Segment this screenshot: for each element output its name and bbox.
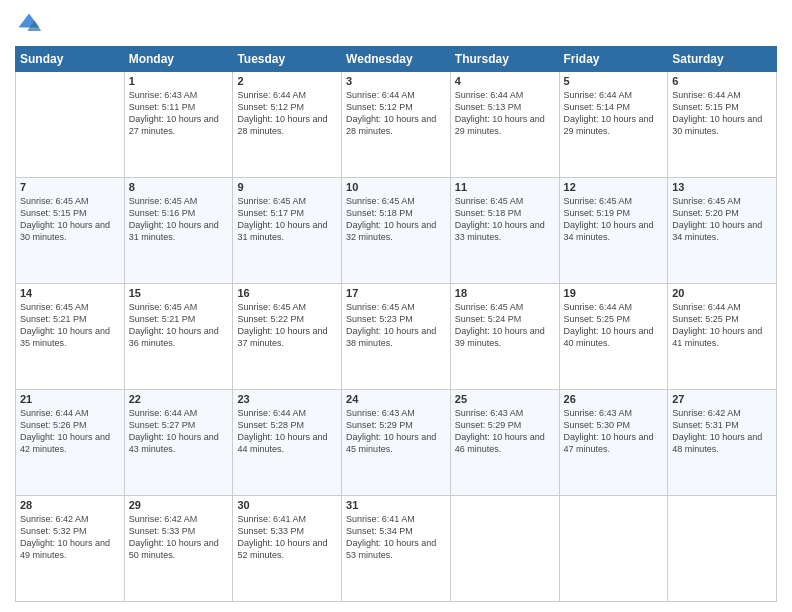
- day-number: 11: [455, 181, 555, 193]
- calendar-cell: 5Sunrise: 6:44 AMSunset: 5:14 PMDaylight…: [559, 72, 668, 178]
- day-info: Sunrise: 6:43 AMSunset: 5:29 PMDaylight:…: [346, 407, 446, 456]
- day-info: Sunrise: 6:45 AMSunset: 5:18 PMDaylight:…: [346, 195, 446, 244]
- weekday-header: Tuesday: [233, 47, 342, 72]
- day-number: 31: [346, 499, 446, 511]
- day-info: Sunrise: 6:45 AMSunset: 5:24 PMDaylight:…: [455, 301, 555, 350]
- header: [15, 10, 777, 38]
- day-info: Sunrise: 6:43 AMSunset: 5:30 PMDaylight:…: [564, 407, 664, 456]
- day-info: Sunrise: 6:45 AMSunset: 5:17 PMDaylight:…: [237, 195, 337, 244]
- weekday-header: Wednesday: [342, 47, 451, 72]
- calendar-cell: [450, 496, 559, 602]
- calendar-cell: 3Sunrise: 6:44 AMSunset: 5:12 PMDaylight…: [342, 72, 451, 178]
- calendar-cell: [559, 496, 668, 602]
- calendar-header-row: SundayMondayTuesdayWednesdayThursdayFrid…: [16, 47, 777, 72]
- day-info: Sunrise: 6:41 AMSunset: 5:34 PMDaylight:…: [346, 513, 446, 562]
- day-info: Sunrise: 6:45 AMSunset: 5:20 PMDaylight:…: [672, 195, 772, 244]
- calendar-week-row: 7Sunrise: 6:45 AMSunset: 5:15 PMDaylight…: [16, 178, 777, 284]
- day-info: Sunrise: 6:45 AMSunset: 5:19 PMDaylight:…: [564, 195, 664, 244]
- calendar-cell: 11Sunrise: 6:45 AMSunset: 5:18 PMDayligh…: [450, 178, 559, 284]
- day-number: 20: [672, 287, 772, 299]
- day-number: 9: [237, 181, 337, 193]
- day-info: Sunrise: 6:43 AMSunset: 5:11 PMDaylight:…: [129, 89, 229, 138]
- day-info: Sunrise: 6:42 AMSunset: 5:31 PMDaylight:…: [672, 407, 772, 456]
- day-number: 23: [237, 393, 337, 405]
- page: SundayMondayTuesdayWednesdayThursdayFrid…: [0, 0, 792, 612]
- calendar-cell: 8Sunrise: 6:45 AMSunset: 5:16 PMDaylight…: [124, 178, 233, 284]
- day-number: 30: [237, 499, 337, 511]
- calendar-cell: 20Sunrise: 6:44 AMSunset: 5:25 PMDayligh…: [668, 284, 777, 390]
- calendar-cell: 23Sunrise: 6:44 AMSunset: 5:28 PMDayligh…: [233, 390, 342, 496]
- day-number: 17: [346, 287, 446, 299]
- weekday-header: Saturday: [668, 47, 777, 72]
- day-info: Sunrise: 6:44 AMSunset: 5:12 PMDaylight:…: [346, 89, 446, 138]
- calendar-cell: 18Sunrise: 6:45 AMSunset: 5:24 PMDayligh…: [450, 284, 559, 390]
- weekday-header: Sunday: [16, 47, 125, 72]
- calendar-cell: 26Sunrise: 6:43 AMSunset: 5:30 PMDayligh…: [559, 390, 668, 496]
- day-number: 27: [672, 393, 772, 405]
- day-info: Sunrise: 6:44 AMSunset: 5:13 PMDaylight:…: [455, 89, 555, 138]
- day-info: Sunrise: 6:45 AMSunset: 5:15 PMDaylight:…: [20, 195, 120, 244]
- day-number: 5: [564, 75, 664, 87]
- day-info: Sunrise: 6:45 AMSunset: 5:22 PMDaylight:…: [237, 301, 337, 350]
- day-info: Sunrise: 6:42 AMSunset: 5:32 PMDaylight:…: [20, 513, 120, 562]
- day-info: Sunrise: 6:45 AMSunset: 5:21 PMDaylight:…: [20, 301, 120, 350]
- calendar-cell: 10Sunrise: 6:45 AMSunset: 5:18 PMDayligh…: [342, 178, 451, 284]
- day-number: 29: [129, 499, 229, 511]
- day-number: 28: [20, 499, 120, 511]
- calendar-cell: 14Sunrise: 6:45 AMSunset: 5:21 PMDayligh…: [16, 284, 125, 390]
- day-info: Sunrise: 6:44 AMSunset: 5:26 PMDaylight:…: [20, 407, 120, 456]
- calendar-table: SundayMondayTuesdayWednesdayThursdayFrid…: [15, 46, 777, 602]
- day-number: 8: [129, 181, 229, 193]
- calendar-cell: 22Sunrise: 6:44 AMSunset: 5:27 PMDayligh…: [124, 390, 233, 496]
- logo-icon: [15, 10, 43, 38]
- day-info: Sunrise: 6:45 AMSunset: 5:16 PMDaylight:…: [129, 195, 229, 244]
- day-number: 13: [672, 181, 772, 193]
- calendar-cell: [16, 72, 125, 178]
- day-number: 2: [237, 75, 337, 87]
- day-number: 4: [455, 75, 555, 87]
- calendar-week-row: 28Sunrise: 6:42 AMSunset: 5:32 PMDayligh…: [16, 496, 777, 602]
- day-info: Sunrise: 6:44 AMSunset: 5:14 PMDaylight:…: [564, 89, 664, 138]
- calendar-week-row: 21Sunrise: 6:44 AMSunset: 5:26 PMDayligh…: [16, 390, 777, 496]
- calendar-cell: 2Sunrise: 6:44 AMSunset: 5:12 PMDaylight…: [233, 72, 342, 178]
- day-info: Sunrise: 6:45 AMSunset: 5:23 PMDaylight:…: [346, 301, 446, 350]
- calendar-cell: 25Sunrise: 6:43 AMSunset: 5:29 PMDayligh…: [450, 390, 559, 496]
- calendar-cell: 6Sunrise: 6:44 AMSunset: 5:15 PMDaylight…: [668, 72, 777, 178]
- calendar-cell: 7Sunrise: 6:45 AMSunset: 5:15 PMDaylight…: [16, 178, 125, 284]
- calendar-cell: 24Sunrise: 6:43 AMSunset: 5:29 PMDayligh…: [342, 390, 451, 496]
- day-number: 10: [346, 181, 446, 193]
- day-info: Sunrise: 6:44 AMSunset: 5:12 PMDaylight:…: [237, 89, 337, 138]
- weekday-header: Thursday: [450, 47, 559, 72]
- calendar-week-row: 1Sunrise: 6:43 AMSunset: 5:11 PMDaylight…: [16, 72, 777, 178]
- day-number: 7: [20, 181, 120, 193]
- calendar-cell: 9Sunrise: 6:45 AMSunset: 5:17 PMDaylight…: [233, 178, 342, 284]
- day-number: 25: [455, 393, 555, 405]
- calendar-cell: 21Sunrise: 6:44 AMSunset: 5:26 PMDayligh…: [16, 390, 125, 496]
- day-number: 6: [672, 75, 772, 87]
- day-info: Sunrise: 6:41 AMSunset: 5:33 PMDaylight:…: [237, 513, 337, 562]
- day-info: Sunrise: 6:42 AMSunset: 5:33 PMDaylight:…: [129, 513, 229, 562]
- calendar-cell: 4Sunrise: 6:44 AMSunset: 5:13 PMDaylight…: [450, 72, 559, 178]
- day-info: Sunrise: 6:44 AMSunset: 5:15 PMDaylight:…: [672, 89, 772, 138]
- calendar-cell: 15Sunrise: 6:45 AMSunset: 5:21 PMDayligh…: [124, 284, 233, 390]
- weekday-header: Friday: [559, 47, 668, 72]
- day-number: 22: [129, 393, 229, 405]
- calendar-cell: [668, 496, 777, 602]
- calendar-cell: 19Sunrise: 6:44 AMSunset: 5:25 PMDayligh…: [559, 284, 668, 390]
- day-info: Sunrise: 6:43 AMSunset: 5:29 PMDaylight:…: [455, 407, 555, 456]
- day-number: 12: [564, 181, 664, 193]
- day-number: 18: [455, 287, 555, 299]
- weekday-header: Monday: [124, 47, 233, 72]
- calendar-cell: 29Sunrise: 6:42 AMSunset: 5:33 PMDayligh…: [124, 496, 233, 602]
- day-number: 15: [129, 287, 229, 299]
- day-info: Sunrise: 6:44 AMSunset: 5:28 PMDaylight:…: [237, 407, 337, 456]
- calendar-cell: 27Sunrise: 6:42 AMSunset: 5:31 PMDayligh…: [668, 390, 777, 496]
- day-info: Sunrise: 6:44 AMSunset: 5:27 PMDaylight:…: [129, 407, 229, 456]
- day-number: 26: [564, 393, 664, 405]
- day-info: Sunrise: 6:45 AMSunset: 5:18 PMDaylight:…: [455, 195, 555, 244]
- logo: [15, 10, 47, 38]
- calendar-cell: 17Sunrise: 6:45 AMSunset: 5:23 PMDayligh…: [342, 284, 451, 390]
- day-number: 24: [346, 393, 446, 405]
- day-number: 3: [346, 75, 446, 87]
- day-number: 1: [129, 75, 229, 87]
